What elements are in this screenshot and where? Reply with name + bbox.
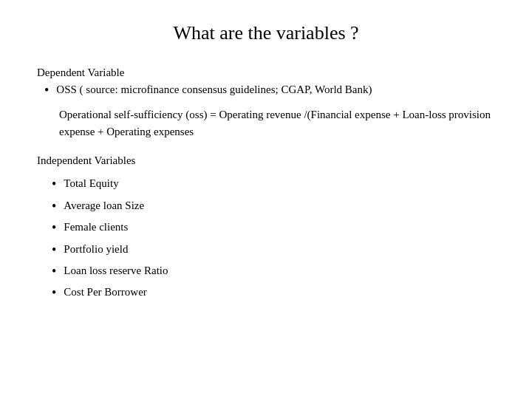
bullet-dot-independent: • [52,263,56,280]
independent-variable-label: Independent Variables [37,154,495,167]
independent-bullet-text-4: Loan loss reserve Ratio [64,263,168,279]
independent-bullet-text-3: Portfolio yield [64,242,128,257]
dependent-bullet-item: • OSS ( source: microfinance consensus g… [37,82,495,99]
independent-bullet-item: •Total Equity [44,176,495,193]
independent-bullet-text-0: Total Equity [64,176,118,191]
bullet-dot-independent: • [52,176,56,193]
independent-bullet-item: •Average loan Size [44,198,495,215]
independent-bullet-text-5: Cost Per Borrower [64,284,147,300]
independent-bullet-item: •Female clients [44,219,495,236]
independent-bullet-text-1: Average loan Size [64,198,144,214]
dependent-variable-label: Dependent Variable [37,66,495,79]
slide-container: What are the variables ? Dependent Varia… [0,0,532,399]
independent-bullet-text-2: Female clients [64,219,128,235]
oss-definition-text: Operational self-sufficiency (oss) = Ope… [59,106,495,140]
bullet-dot-independent: • [52,284,56,301]
independent-bullet-item: •Portfolio yield [44,242,495,259]
bullet-dot-dependent: • [44,82,49,99]
independent-bullet-item: •Cost Per Borrower [44,284,495,301]
bullet-dot-independent: • [52,242,56,259]
slide-title: What are the variables ? [37,22,495,44]
bullet-dot-independent: • [52,198,56,215]
bullet-dot-independent: • [52,219,56,236]
independent-bullets-list: •Total Equity•Average loan Size•Female c… [37,176,495,301]
dependent-bullet-text: OSS ( source: microfinance consensus gui… [56,82,372,98]
independent-bullet-item: •Loan loss reserve Ratio [44,263,495,280]
